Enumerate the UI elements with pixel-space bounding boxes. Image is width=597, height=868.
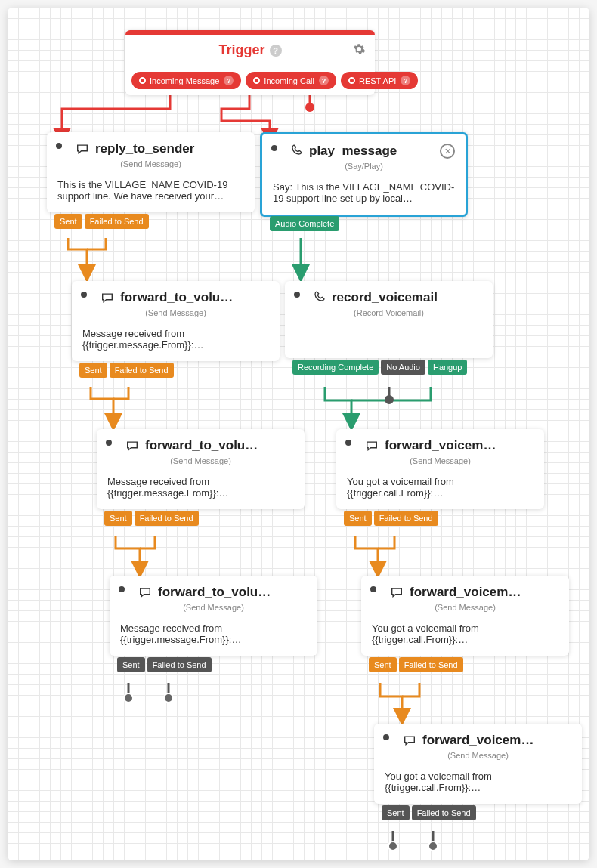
widget-forward-to-volu-3[interactable]: forward_to_volu… (Send Message) Message … [110, 576, 317, 656]
trigger-output-incoming-message[interactable]: Incoming Message? [131, 72, 241, 89]
input-port[interactable] [344, 438, 353, 447]
widget-record-voicemail[interactable]: record_voicemail (Record Voicemail) Reco… [285, 281, 493, 358]
widget-title: reply_to_sender [95, 141, 244, 156]
input-port[interactable] [382, 733, 391, 742]
widget-reply-to-sender[interactable]: reply_to_sender (Send Message) This is t… [47, 132, 255, 212]
widget-subtitle: (Record Voicemail) [285, 308, 493, 322]
output-audio-complete[interactable]: Audio Complete [270, 216, 339, 231]
svg-point-2 [124, 693, 133, 703]
input-port[interactable] [369, 585, 378, 594]
help-icon[interactable]: ? [270, 45, 282, 57]
trigger-outputs: Incoming Message? Incoming Call? REST AP… [125, 66, 375, 95]
help-icon[interactable]: ? [401, 76, 410, 85]
message-icon [76, 144, 89, 154]
input-port[interactable] [292, 290, 302, 299]
output-failed[interactable]: Failed to Send [399, 657, 463, 672]
input-port[interactable] [54, 141, 63, 150]
flow-canvas[interactable]: Trigger ? Incoming Message? Incoming Cal… [8, 8, 589, 860]
svg-point-4 [388, 842, 397, 851]
widget-body: You got a voicemail from {{trigger.call.… [336, 470, 544, 509]
widget-body: Message received from {{trigger.message.… [72, 322, 280, 361]
widget-forward-voicem-2[interactable]: forward_voicem… (Send Message) You got a… [361, 576, 569, 656]
widget-title: forward_to_volu… [120, 290, 269, 305]
svg-point-3 [164, 693, 173, 703]
output-hangup[interactable]: Hangup [428, 360, 468, 375]
svg-point-5 [428, 842, 438, 851]
widget-title: forward_to_volu… [158, 585, 307, 600]
input-port[interactable] [104, 438, 113, 447]
output-sent[interactable]: Sent [79, 363, 107, 378]
svg-point-0 [305, 103, 314, 112]
widget-title: record_voicemail [332, 290, 482, 305]
widget-subtitle: (Send Message) [361, 603, 569, 616]
output-failed[interactable]: Failed to Send [412, 805, 476, 820]
widget-subtitle: (Send Message) [374, 751, 582, 765]
settings-icon[interactable] [352, 42, 366, 59]
help-icon[interactable]: ? [224, 76, 234, 85]
message-icon [101, 292, 114, 303]
trigger-output-rest-api[interactable]: REST API? [341, 72, 418, 89]
message-icon [390, 587, 404, 598]
input-port[interactable] [79, 290, 88, 299]
output-sent[interactable]: Sent [54, 214, 82, 229]
message-icon [365, 440, 379, 451]
widget-forward-voicem-3[interactable]: forward_voicem… (Send Message) You got a… [374, 724, 582, 804]
close-icon[interactable]: ✕ [440, 144, 455, 159]
widget-subtitle: (Send Message) [97, 456, 305, 470]
output-failed[interactable]: Failed to Send [147, 657, 212, 672]
help-icon[interactable]: ? [319, 76, 329, 85]
input-port[interactable] [117, 585, 126, 594]
output-failed[interactable]: Failed to Send [110, 363, 174, 378]
output-no-audio[interactable]: No Audio [381, 360, 425, 375]
widget-forward-voicem-1[interactable]: forward_voicem… (Send Message) You got a… [336, 429, 544, 509]
widget-subtitle: (Say/Play) [262, 162, 466, 175]
trigger-title: Trigger [218, 42, 264, 58]
widget-forward-to-volu-2[interactable]: forward_to_volu… (Send Message) Message … [97, 429, 305, 509]
widget-body: You got a voicemail from {{trigger.call.… [374, 765, 582, 804]
widget-forward-to-volu-1[interactable]: forward_to_volu… (Send Message) Message … [72, 281, 280, 361]
widget-subtitle: (Send Message) [110, 603, 317, 616]
widget-body: Message received from {{trigger.message.… [110, 616, 317, 656]
phone-icon [291, 144, 303, 159]
widget-title: forward_voicem… [410, 585, 558, 600]
message-icon [125, 440, 139, 451]
widget-subtitle: (Send Message) [72, 308, 280, 322]
output-failed[interactable]: Failed to Send [135, 511, 199, 526]
output-failed[interactable]: Failed to Send [85, 214, 149, 229]
widget-body: Message received from {{trigger.message.… [97, 470, 305, 509]
widget-body [285, 322, 493, 358]
widget-title: forward_voicem… [385, 438, 534, 453]
output-recording-complete[interactable]: Recording Complete [292, 360, 379, 375]
widget-body: You got a voicemail from {{trigger.call.… [361, 616, 569, 656]
output-sent[interactable]: Sent [104, 511, 132, 526]
output-sent[interactable]: Sent [344, 511, 372, 526]
widget-body: This is the VILLAGE_NAME COVID-19 suppor… [47, 173, 255, 212]
output-failed[interactable]: Failed to Send [374, 511, 438, 526]
svg-point-1 [385, 395, 394, 404]
trigger-output-incoming-call[interactable]: Incoming Call? [246, 72, 336, 89]
message-icon [138, 587, 152, 598]
widget-title: forward_to_volu… [145, 438, 294, 453]
widget-title: forward_voicem… [422, 733, 571, 748]
input-port[interactable] [270, 144, 279, 153]
widget-subtitle: (Send Message) [336, 456, 544, 470]
message-icon [403, 735, 416, 746]
widget-title: play_message [309, 144, 440, 159]
output-sent[interactable]: Sent [117, 657, 145, 672]
output-sent[interactable]: Sent [369, 657, 397, 672]
output-sent[interactable]: Sent [382, 805, 410, 820]
widget-play-message[interactable]: play_message ✕ (Say/Play) Say: This is t… [260, 132, 468, 217]
trigger-node[interactable]: Trigger ? Incoming Message? Incoming Cal… [125, 30, 375, 95]
widget-body: Say: This is the VILLAGE_NAME COVID-19 s… [262, 175, 466, 215]
phone-icon [314, 290, 326, 305]
widget-subtitle: (Send Message) [47, 159, 255, 173]
